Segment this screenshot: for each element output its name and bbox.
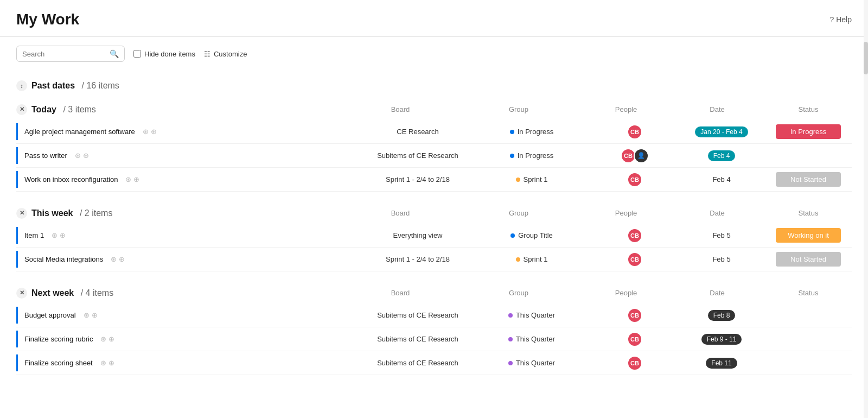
subtask-icon[interactable]: ⊛: [111, 255, 117, 263]
today-section: ✕ Today / 3 items Board Group People Dat…: [0, 97, 868, 192]
row-status[interactable]: Not Started: [765, 172, 852, 187]
today-toggle[interactable]: ✕: [16, 104, 27, 115]
row-item-name: Budget approval ⊛ ⊕: [16, 307, 363, 324]
row-icons: ⊛ ⊕: [125, 175, 139, 183]
add-subitem-icon[interactable]: ⊕: [83, 151, 89, 160]
row-date: Feb 5: [678, 255, 765, 263]
table-row: Agile project management software ⊛ ⊕ CE…: [16, 120, 852, 144]
row-item-name: Social Media integrations ⊛ ⊕: [16, 251, 363, 268]
row-group: In Progress: [472, 128, 591, 136]
add-subitem-icon[interactable]: ⊕: [108, 335, 114, 343]
today-col-date: Date: [674, 103, 761, 116]
subtask-icon[interactable]: ⊛: [100, 335, 106, 343]
row-status[interactable]: Not Started: [765, 252, 852, 267]
row-group: Sprint 1: [472, 255, 591, 263]
row-people: CB: [591, 332, 678, 347]
avatar: CB: [627, 252, 642, 267]
this-week-count: / 2 items: [77, 208, 112, 218]
page-header: My Work ? Help: [0, 0, 868, 37]
nextweek-col-status: Status: [765, 287, 852, 299]
row-people: CB: [591, 356, 678, 371]
past-dates-section: ↕ Past dates / 16 items: [0, 71, 868, 97]
add-subitem-icon[interactable]: ⊕: [92, 311, 98, 319]
page-title: My Work: [16, 11, 79, 28]
row-date: Feb 4: [678, 175, 765, 183]
nextweek-col-date: Date: [674, 287, 761, 299]
row-icons: ⊛ ⊕: [111, 255, 125, 263]
past-dates-toggle[interactable]: ↕: [16, 80, 27, 91]
date-plain: Feb 4: [712, 175, 730, 183]
this-week-section: ✕ This week / 2 items Board Group People…: [0, 200, 868, 271]
row-board: CE Research: [363, 128, 472, 136]
next-week-count: / 4 items: [78, 288, 113, 298]
row-date: Feb 9 - 11: [678, 334, 765, 345]
subtask-icon[interactable]: ⊛: [125, 175, 131, 183]
group-dot: [510, 130, 514, 134]
search-box[interactable]: 🔍: [16, 46, 125, 62]
subtask-icon[interactable]: ⊛: [52, 231, 58, 239]
subtask-icon[interactable]: ⊛: [84, 311, 90, 319]
subtask-icon[interactable]: ⊛: [100, 359, 106, 367]
add-subitem-icon[interactable]: ⊕: [133, 175, 139, 183]
subtask-icon[interactable]: ⊛: [143, 128, 149, 136]
row-icons: ⊛ ⊕: [75, 151, 89, 160]
subtask-icon[interactable]: ⊛: [75, 151, 81, 160]
row-date: Feb 11: [678, 358, 765, 369]
next-week-label: Next week: [31, 288, 74, 298]
scrollbar-track: [864, 0, 868, 381]
row-icons: ⊛ ⊕: [52, 231, 66, 239]
this-week-label: This week: [31, 208, 73, 218]
row-status[interactable]: Working on it: [765, 228, 852, 243]
today-label: Today: [31, 105, 56, 115]
add-subitem-icon[interactable]: ⊕: [108, 359, 114, 367]
this-week-header: ✕ This week / 2 items Board Group People…: [16, 200, 852, 224]
avatar: CB: [627, 124, 642, 140]
next-week-toggle[interactable]: ✕: [16, 288, 27, 299]
row-icons: ⊛ ⊕: [100, 359, 114, 367]
avatar: CB: [627, 172, 642, 187]
row-board: Subitems of CE Research: [363, 359, 472, 367]
group-dot: [510, 233, 515, 238]
row-board: Sprint 1 - 2/4 to 2/18: [363, 175, 472, 183]
row-date: Feb 8: [678, 310, 765, 321]
row-board: Subitems of CE Research: [363, 151, 472, 160]
row-group: Group Title: [472, 231, 591, 239]
past-dates-count: / 16 items: [79, 81, 119, 91]
group-dot: [510, 154, 514, 158]
row-group: This Quarter: [472, 359, 591, 367]
scrollbar-thumb[interactable]: [864, 42, 868, 74]
next-week-section: ✕ Next week / 4 items Board Group People…: [0, 280, 868, 375]
date-plain: Feb 5: [712, 255, 730, 263]
row-icons: ⊛ ⊕: [100, 335, 114, 343]
add-subitem-icon[interactable]: ⊕: [119, 255, 125, 263]
today-col-status: Status: [765, 103, 852, 116]
date-badge: Feb 11: [706, 358, 737, 369]
table-row: Finalize scoring sheet ⊛ ⊕ Subitems of C…: [16, 351, 852, 375]
hide-done-toggle[interactable]: Hide done items: [133, 50, 195, 58]
group-dot: [508, 337, 513, 341]
table-row: Social Media integrations ⊛ ⊕ Sprint 1 -…: [16, 248, 852, 271]
help-area[interactable]: ? Help: [829, 15, 852, 24]
row-group: Sprint 1: [472, 175, 591, 183]
group-dot: [508, 361, 513, 365]
this-week-toggle[interactable]: ✕: [16, 208, 27, 219]
customize-button[interactable]: ☷ Customize: [204, 50, 247, 58]
table-row: Item 1 ⊛ ⊕ Everything view Group Title C…: [16, 224, 852, 248]
hide-done-checkbox[interactable]: [133, 50, 141, 58]
row-icons: ⊛ ⊕: [143, 128, 157, 136]
row-date: Feb 5: [678, 231, 765, 239]
row-board: Everything view: [363, 231, 472, 239]
status-badge: In Progress: [776, 124, 841, 139]
add-subitem-icon[interactable]: ⊕: [151, 128, 157, 136]
row-item-name: Finalize scoring sheet ⊛ ⊕: [16, 354, 363, 371]
row-board: Subitems of CE Research: [363, 335, 472, 343]
row-item-name: Pass to writer ⊛ ⊕: [16, 147, 363, 164]
row-board: Subitems of CE Research: [363, 311, 472, 319]
search-input[interactable]: [22, 50, 106, 58]
add-subitem-icon[interactable]: ⊕: [60, 231, 66, 239]
row-status[interactable]: In Progress: [765, 124, 852, 139]
next-week-header: ✕ Next week / 4 items Board Group People…: [16, 280, 852, 303]
today-col-group: Group: [459, 103, 578, 116]
row-date: Jan 20 - Feb 4: [678, 126, 765, 137]
table-row: Pass to writer ⊛ ⊕ Subitems of CE Resear…: [16, 144, 852, 168]
